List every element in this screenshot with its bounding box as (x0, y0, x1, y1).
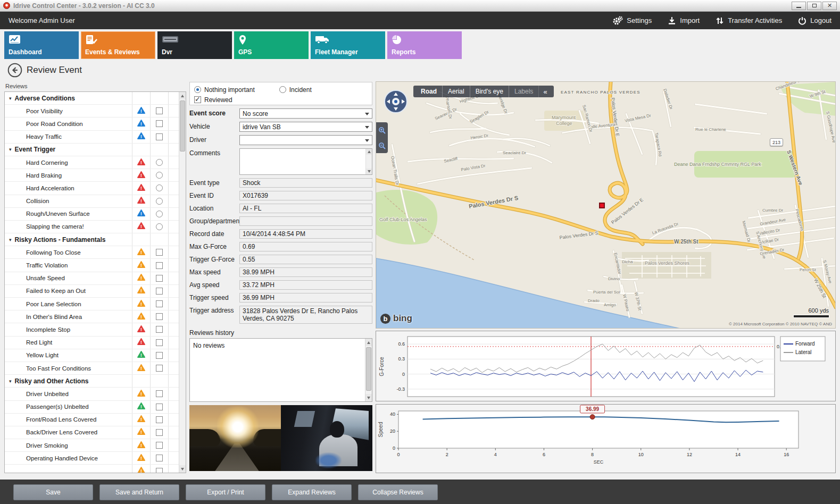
maximize-button[interactable] (807, 2, 821, 10)
item-checkbox[interactable] (156, 288, 163, 295)
tab-dvr[interactable]: Dvr (157, 31, 232, 59)
event-location-marker[interactable] (599, 203, 605, 208)
item-checkbox[interactable] (156, 275, 163, 282)
map-mode-road[interactable]: Road (415, 86, 443, 97)
tree-group-row[interactable]: ▾Event Trigger (5, 144, 179, 156)
item-checkbox[interactable] (156, 442, 163, 449)
close-button[interactable]: ✕ (822, 2, 837, 10)
map-mode-labels[interactable]: Labels (509, 86, 539, 97)
map-mode-bird-s-eye[interactable]: Bird's eye (470, 86, 509, 97)
map[interactable]: EAST RANCHO PALOS VERDESMarymountCollege… (376, 81, 836, 329)
item-checkbox[interactable] (156, 390, 163, 397)
item-radio[interactable] (156, 184, 163, 191)
item-radio[interactable] (156, 211, 163, 217)
scrollbar-thumb[interactable] (180, 100, 185, 152)
item-checkbox[interactable] (156, 326, 163, 333)
item-checkbox[interactable] (156, 339, 163, 346)
tree-item-row[interactable]: Hard Cornering! (5, 156, 179, 169)
scroll-down-button[interactable] (365, 394, 372, 401)
tree-item-row[interactable]: Collision! (5, 195, 179, 208)
driver-camera-thumbnail[interactable] (281, 405, 372, 471)
tree-item-row[interactable]: Hard Braking! (5, 169, 179, 182)
tree-scrollbar[interactable] (179, 92, 186, 473)
import-button[interactable]: Import (668, 16, 700, 25)
tree-item-row[interactable]: Poor Road Condition! (5, 117, 179, 130)
item-checkbox[interactable] (156, 262, 163, 269)
tree-item-row[interactable]: Traffic Violation! (5, 259, 179, 272)
tab-dashboard[interactable]: Dashboard (4, 31, 79, 59)
tree-item-row[interactable]: Driver Smoking! (5, 439, 179, 452)
scroll-down-button[interactable] (179, 465, 186, 473)
field-event-score[interactable]: No score (239, 108, 372, 119)
save-button[interactable]: Save (13, 484, 93, 500)
tree-group-row[interactable]: ▾Risky and Other Actions (5, 375, 179, 388)
item-checkbox[interactable] (156, 468, 163, 473)
field-driver[interactable] (239, 135, 372, 145)
transfer-activities-button[interactable]: Transfer Activities (716, 16, 782, 25)
trigger-marker[interactable] (590, 415, 595, 419)
reviews-history-list[interactable]: No reviews (189, 338, 372, 402)
tree-expander-icon[interactable]: ▾ (9, 237, 12, 242)
tree-item-row[interactable]: Failed to Keep an Out! (5, 285, 179, 298)
map-compass-control[interactable] (384, 89, 408, 115)
tree-item-row[interactable]: Rough/Uneven Surface! (5, 208, 179, 221)
item-radio[interactable] (156, 223, 163, 230)
tree-item-row[interactable]: Back/Driver Lens Covered! (5, 426, 179, 439)
reviews-history-scrollbar[interactable] (365, 339, 372, 401)
collapse-reviews-button[interactable]: Collapse Reviews (358, 484, 438, 500)
logout-button[interactable]: Logout (798, 16, 831, 25)
tree-item-row[interactable]: Operating Handled Device! (5, 452, 179, 465)
tree-item-row[interactable]: Hard Acceleration! (5, 182, 179, 195)
front-camera-thumbnail[interactable] (189, 405, 281, 471)
map-mode-aerial[interactable]: Aerial (443, 86, 470, 97)
item-checkbox[interactable] (156, 120, 163, 127)
tree-item-row[interactable]: Yellow Light! (5, 349, 179, 362)
scroll-down-button[interactable] (366, 169, 372, 174)
tree-item-row[interactable]: Following Too Close! (5, 246, 179, 259)
tree-item-row[interactable]: Passenger(s) Unbelted! (5, 401, 179, 414)
item-checkbox[interactable] (156, 133, 163, 140)
textarea-scrollbar[interactable] (365, 149, 372, 174)
tree-item-row[interactable]: Incomplete Stop! (5, 323, 179, 336)
tree-item-row[interactable]: Poor Visibility! (5, 105, 179, 117)
map-collapse-button[interactable]: « (539, 88, 551, 96)
tab-reports[interactable]: Reports (387, 31, 462, 59)
tree-item-row[interactable]: Poor Lane Selection! (5, 298, 179, 310)
tab-gps[interactable]: GPS (234, 31, 309, 59)
map-zoom-out-button[interactable] (378, 142, 386, 149)
radio-nothing-important[interactable] (194, 86, 201, 93)
item-checkbox[interactable] (156, 107, 163, 114)
export-print-button[interactable]: Export / Print (186, 484, 265, 500)
item-radio[interactable] (156, 159, 163, 166)
field-vehicle[interactable]: idrive Van SB (239, 122, 372, 132)
item-checkbox[interactable] (156, 352, 163, 359)
minimize-button[interactable] (792, 2, 806, 10)
expand-reviews-button[interactable]: Expand Reviews (272, 484, 352, 500)
tree-group-row[interactable]: ▾Adverse Conditions (5, 92, 179, 105)
tree-expander-icon[interactable]: ▾ (9, 379, 12, 384)
scroll-up-button[interactable] (366, 149, 372, 155)
tree-item-row[interactable]: Driver Unbelted! (5, 388, 179, 400)
map-zoom-in-button[interactable] (378, 127, 386, 134)
scrollbar-thumb[interactable] (366, 347, 371, 391)
item-radio[interactable] (156, 172, 163, 179)
scroll-up-button[interactable] (179, 92, 186, 99)
comments-textarea[interactable] (239, 148, 372, 175)
tree-expander-icon[interactable]: ▾ (9, 96, 12, 101)
back-button[interactable] (7, 63, 22, 78)
item-checkbox[interactable] (156, 429, 163, 436)
item-checkbox[interactable] (156, 404, 163, 410)
map-canvas[interactable]: EAST RANCHO PALOS VERDESMarymountCollege… (376, 82, 836, 329)
tab-fleet-manager[interactable]: Fleet Manager (311, 31, 385, 59)
tree-expander-icon[interactable]: ▾ (9, 147, 12, 152)
item-checkbox[interactable] (156, 416, 163, 423)
settings-button[interactable]: Settings (612, 16, 652, 26)
window-titlebar[interactable]: Idrive Control Center - 3.0.2 version - … (0, 0, 840, 12)
tree-item-row[interactable]: Front/Road Lens Covered! (5, 414, 179, 426)
tree-item-row[interactable]: Too Fast For Conditions! (5, 362, 179, 375)
scroll-up-button[interactable] (365, 339, 372, 346)
item-checkbox[interactable] (156, 313, 163, 320)
tree-item-row[interactable]: ! (5, 465, 179, 473)
tree-item-row[interactable]: Slapping the camera!! (5, 221, 179, 233)
item-radio[interactable] (156, 198, 163, 205)
